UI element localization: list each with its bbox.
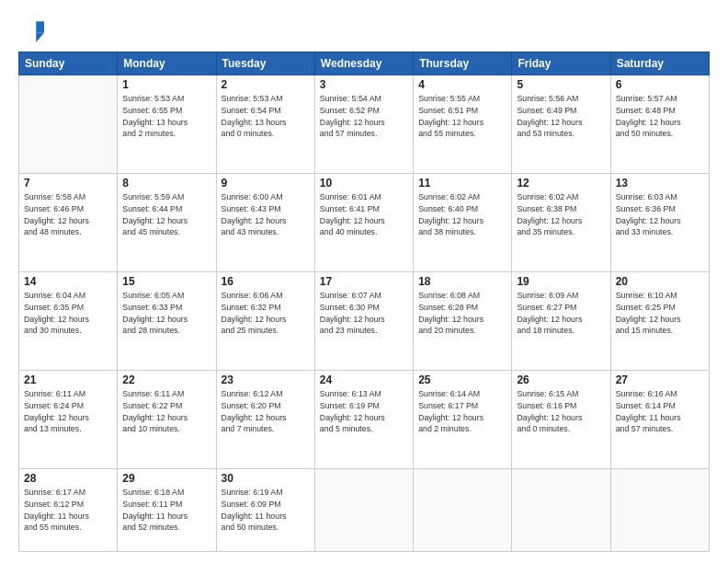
day-number: 27 xyxy=(616,373,704,386)
day-info: Sunrise: 5:54 AM Sunset: 6:52 PM Dayligh… xyxy=(320,93,408,140)
calendar-week-3: 21Sunrise: 6:11 AM Sunset: 6:24 PM Dayli… xyxy=(19,371,710,469)
day-info: Sunrise: 5:58 AM Sunset: 6:46 PM Dayligh… xyxy=(24,191,112,238)
day-info: Sunrise: 6:16 AM Sunset: 6:14 PM Dayligh… xyxy=(616,388,704,435)
day-info: Sunrise: 6:09 AM Sunset: 6:27 PM Dayligh… xyxy=(517,290,605,337)
day-info: Sunrise: 5:57 AM Sunset: 6:48 PM Dayligh… xyxy=(616,93,704,140)
day-number: 4 xyxy=(418,78,506,91)
day-number: 30 xyxy=(222,472,310,485)
day-info: Sunrise: 6:02 AM Sunset: 6:40 PM Dayligh… xyxy=(418,191,506,238)
day-number: 16 xyxy=(222,275,310,288)
logo xyxy=(18,17,48,42)
day-number: 9 xyxy=(222,177,310,190)
day-number: 25 xyxy=(418,373,506,386)
day-number: 17 xyxy=(320,275,408,288)
col-header-friday: Friday xyxy=(512,52,610,75)
calendar-cell xyxy=(414,469,512,552)
col-header-sunday: Sunday xyxy=(19,52,118,75)
day-number: 3 xyxy=(320,78,408,91)
day-info: Sunrise: 5:53 AM Sunset: 6:54 PM Dayligh… xyxy=(222,93,310,140)
day-number: 10 xyxy=(320,177,408,190)
calendar-cell: 24Sunrise: 6:13 AM Sunset: 6:19 PM Dayli… xyxy=(314,371,413,469)
calendar-cell: 22Sunrise: 6:11 AM Sunset: 6:22 PM Dayli… xyxy=(118,371,216,469)
calendar-week-2: 14Sunrise: 6:04 AM Sunset: 6:35 PM Dayli… xyxy=(19,272,710,371)
day-info: Sunrise: 5:56 AM Sunset: 6:49 PM Dayligh… xyxy=(517,93,605,140)
day-info: Sunrise: 6:08 AM Sunset: 6:28 PM Dayligh… xyxy=(418,290,506,337)
day-info: Sunrise: 6:04 AM Sunset: 6:35 PM Dayligh… xyxy=(24,290,112,337)
col-header-thursday: Thursday xyxy=(414,52,512,75)
col-header-tuesday: Tuesday xyxy=(216,52,314,75)
day-info: Sunrise: 6:11 AM Sunset: 6:22 PM Dayligh… xyxy=(122,388,210,435)
day-number: 12 xyxy=(517,177,605,190)
day-info: Sunrise: 5:53 AM Sunset: 6:55 PM Dayligh… xyxy=(122,93,210,140)
calendar-cell: 12Sunrise: 6:02 AM Sunset: 6:38 PM Dayli… xyxy=(512,174,610,272)
logo-icon xyxy=(18,17,44,42)
svg-marker-0 xyxy=(36,21,44,32)
calendar-cell: 2Sunrise: 5:53 AM Sunset: 6:54 PM Daylig… xyxy=(216,75,314,174)
day-info: Sunrise: 6:01 AM Sunset: 6:41 PM Dayligh… xyxy=(320,191,408,238)
day-info: Sunrise: 6:06 AM Sunset: 6:32 PM Dayligh… xyxy=(222,290,310,337)
calendar-cell: 6Sunrise: 5:57 AM Sunset: 6:48 PM Daylig… xyxy=(610,75,709,174)
calendar-cell xyxy=(610,469,709,552)
day-info: Sunrise: 5:59 AM Sunset: 6:44 PM Dayligh… xyxy=(122,191,210,238)
calendar-cell: 23Sunrise: 6:12 AM Sunset: 6:20 PM Dayli… xyxy=(216,371,314,469)
calendar-cell: 30Sunrise: 6:19 AM Sunset: 6:09 PM Dayli… xyxy=(216,469,314,552)
day-number: 20 xyxy=(616,275,704,288)
calendar-cell: 8Sunrise: 5:59 AM Sunset: 6:44 PM Daylig… xyxy=(118,174,216,272)
calendar-week-0: 1Sunrise: 5:53 AM Sunset: 6:55 PM Daylig… xyxy=(19,75,710,174)
calendar-cell: 9Sunrise: 6:00 AM Sunset: 6:43 PM Daylig… xyxy=(216,174,314,272)
day-info: Sunrise: 6:15 AM Sunset: 6:16 PM Dayligh… xyxy=(517,388,605,435)
calendar-cell: 7Sunrise: 5:58 AM Sunset: 6:46 PM Daylig… xyxy=(19,174,118,272)
calendar-cell xyxy=(314,469,413,552)
day-number: 11 xyxy=(418,177,506,190)
day-number: 6 xyxy=(616,78,704,91)
day-number: 28 xyxy=(24,472,112,485)
day-number: 21 xyxy=(24,373,112,386)
calendar-cell: 18Sunrise: 6:08 AM Sunset: 6:28 PM Dayli… xyxy=(414,272,512,371)
calendar-cell: 4Sunrise: 5:55 AM Sunset: 6:51 PM Daylig… xyxy=(414,75,512,174)
svg-marker-1 xyxy=(36,33,44,43)
calendar-cell: 10Sunrise: 6:01 AM Sunset: 6:41 PM Dayli… xyxy=(314,174,413,272)
day-number: 18 xyxy=(418,275,506,288)
calendar-cell: 26Sunrise: 6:15 AM Sunset: 6:16 PM Dayli… xyxy=(512,371,610,469)
header xyxy=(18,17,710,42)
day-info: Sunrise: 6:17 AM Sunset: 6:12 PM Dayligh… xyxy=(24,487,112,534)
day-number: 5 xyxy=(517,78,605,91)
calendar-cell: 21Sunrise: 6:11 AM Sunset: 6:24 PM Dayli… xyxy=(19,371,118,469)
day-info: Sunrise: 6:13 AM Sunset: 6:19 PM Dayligh… xyxy=(320,388,408,435)
day-number: 1 xyxy=(122,78,210,91)
calendar-cell xyxy=(512,469,610,552)
calendar-cell: 5Sunrise: 5:56 AM Sunset: 6:49 PM Daylig… xyxy=(512,75,610,174)
calendar-cell: 1Sunrise: 5:53 AM Sunset: 6:55 PM Daylig… xyxy=(118,75,216,174)
day-info: Sunrise: 6:02 AM Sunset: 6:38 PM Dayligh… xyxy=(517,191,605,238)
day-info: Sunrise: 6:05 AM Sunset: 6:33 PM Dayligh… xyxy=(122,290,210,337)
day-number: 22 xyxy=(122,373,210,386)
day-info: Sunrise: 5:55 AM Sunset: 6:51 PM Dayligh… xyxy=(418,93,506,140)
day-info: Sunrise: 6:19 AM Sunset: 6:09 PM Dayligh… xyxy=(222,487,310,534)
calendar-header-row: SundayMondayTuesdayWednesdayThursdayFrid… xyxy=(19,52,710,75)
day-number: 19 xyxy=(517,275,605,288)
day-info: Sunrise: 6:10 AM Sunset: 6:25 PM Dayligh… xyxy=(616,290,704,337)
calendar-cell xyxy=(19,75,118,174)
day-number: 24 xyxy=(320,373,408,386)
calendar-cell: 28Sunrise: 6:17 AM Sunset: 6:12 PM Dayli… xyxy=(19,469,118,552)
calendar-cell: 16Sunrise: 6:06 AM Sunset: 6:32 PM Dayli… xyxy=(216,272,314,371)
calendar-week-4: 28Sunrise: 6:17 AM Sunset: 6:12 PM Dayli… xyxy=(19,469,710,552)
day-info: Sunrise: 6:07 AM Sunset: 6:30 PM Dayligh… xyxy=(320,290,408,337)
day-number: 13 xyxy=(616,177,704,190)
calendar-cell: 14Sunrise: 6:04 AM Sunset: 6:35 PM Dayli… xyxy=(19,272,118,371)
calendar-cell: 13Sunrise: 6:03 AM Sunset: 6:36 PM Dayli… xyxy=(610,174,709,272)
day-number: 7 xyxy=(24,177,112,190)
day-number: 2 xyxy=(222,78,310,91)
day-info: Sunrise: 6:03 AM Sunset: 6:36 PM Dayligh… xyxy=(616,191,704,238)
col-header-wednesday: Wednesday xyxy=(314,52,413,75)
calendar-cell: 15Sunrise: 6:05 AM Sunset: 6:33 PM Dayli… xyxy=(118,272,216,371)
col-header-monday: Monday xyxy=(118,52,216,75)
day-info: Sunrise: 6:11 AM Sunset: 6:24 PM Dayligh… xyxy=(24,388,112,435)
day-number: 8 xyxy=(122,177,210,190)
day-number: 14 xyxy=(24,275,112,288)
calendar-table: SundayMondayTuesdayWednesdayThursdayFrid… xyxy=(18,52,710,552)
calendar-cell: 27Sunrise: 6:16 AM Sunset: 6:14 PM Dayli… xyxy=(610,371,709,469)
calendar-cell: 17Sunrise: 6:07 AM Sunset: 6:30 PM Dayli… xyxy=(314,272,413,371)
calendar-cell: 25Sunrise: 6:14 AM Sunset: 6:17 PM Dayli… xyxy=(414,371,512,469)
col-header-saturday: Saturday xyxy=(610,52,709,75)
